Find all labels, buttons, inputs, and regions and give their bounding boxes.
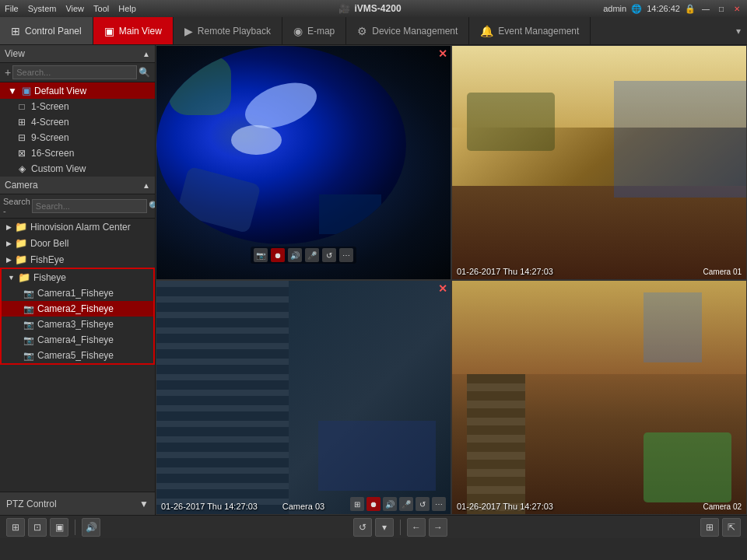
cell3-btn6[interactable]: ⋯ bbox=[432, 497, 446, 511]
tab-device-management[interactable]: ⚙ Device Management bbox=[346, 17, 469, 44]
cell3-btn3[interactable]: 🔊 bbox=[383, 497, 397, 511]
tab-control-panel-label: Control Panel bbox=[25, 26, 82, 37]
camera-leaf-cam1[interactable]: 📷 Camera1_Fisheye bbox=[2, 285, 153, 301]
toolbar-4screen-btn[interactable]: ⊡ bbox=[28, 518, 47, 537]
toolbar-left-group: ⊞ ⊡ ▣ 🔊 bbox=[6, 518, 100, 537]
tab-event-management[interactable]: 🔔 Event Management bbox=[469, 17, 591, 44]
cell1-record-btn[interactable]: ⏺ bbox=[271, 248, 285, 262]
cell3-br-controls: ⊞ ⏺ 🔊 🎤 ↺ ⋯ bbox=[350, 497, 446, 511]
toolbar-sep-1 bbox=[75, 520, 75, 535]
tree-item-1screen[interactable]: □ 1-Screen bbox=[0, 99, 155, 114]
toolbar-settings-btn[interactable]: ⇱ bbox=[722, 518, 741, 537]
ptz-label: PTZ Control bbox=[6, 499, 57, 509]
view-section-header[interactable]: View ▲ bbox=[0, 45, 155, 63]
toolbar-volume-btn[interactable]: 🔊 bbox=[82, 518, 100, 537]
toolbar-sep-2 bbox=[400, 520, 401, 535]
menu-system[interactable]: System bbox=[28, 4, 57, 13]
tab-main-view-label: Main View bbox=[119, 26, 162, 37]
cell3-record-btn[interactable]: ⏺ bbox=[366, 497, 381, 511]
main-view-icon: ▣ bbox=[104, 25, 114, 37]
camera-search-button[interactable]: 🔍 bbox=[147, 201, 155, 212]
toolbar-next-btn[interactable]: → bbox=[429, 518, 447, 537]
cell1-snapshot-btn[interactable]: 📷 bbox=[254, 248, 268, 262]
tab-more-button[interactable]: ▾ bbox=[730, 17, 747, 44]
cell3-btn5[interactable]: ↺ bbox=[416, 497, 430, 511]
cell1-audio-btn[interactable]: 🔊 bbox=[288, 248, 302, 262]
time-display: 14:26:42 bbox=[647, 4, 680, 13]
search-label-text: Search - bbox=[3, 197, 30, 215]
camera-group-fisheye[interactable]: ▼ 📁 Fisheye bbox=[2, 269, 153, 285]
tree-item-custom-view[interactable]: ◈ Custom View bbox=[0, 161, 155, 177]
camera-leaf-cam4[interactable]: 📷 Camera4_Fisheye bbox=[2, 332, 153, 348]
cell1-talk-btn[interactable]: 🎤 bbox=[305, 248, 319, 262]
close-button[interactable]: ✕ bbox=[731, 3, 742, 14]
camera-search-input[interactable] bbox=[32, 199, 147, 213]
view-section: View ▲ + 🔍 ▼ ▣ Default View □ 1-Screen ⊞… bbox=[0, 45, 155, 177]
toolbar-refresh-btn[interactable]: ↺ bbox=[353, 518, 372, 537]
view-add-button[interactable]: + bbox=[3, 66, 12, 79]
cam3-label: Camera3_Fisheye bbox=[37, 319, 114, 330]
9screen-label: 9-Screen bbox=[31, 132, 69, 143]
video-cell-4[interactable]: 01-26-2017 Thu 14:27:03 Camera 02 bbox=[451, 280, 747, 515]
cell1-close-btn[interactable]: ✕ bbox=[438, 47, 447, 60]
video-grid: 📷 ⏺ 🔊 🎤 ↺ ⋯ ✕ 01-26-2017 Thu 14:27:03 Ca… bbox=[156, 45, 747, 515]
camera-leaf-cam3[interactable]: 📷 Camera3_Fisheye bbox=[2, 317, 153, 332]
menu-tool[interactable]: Tool bbox=[93, 4, 109, 13]
camera-group-doorbell[interactable]: ▶ 📁 Door Bell bbox=[0, 235, 155, 251]
toolbar-single-screen-btn[interactable]: ⊞ bbox=[6, 518, 25, 537]
video-cell-1[interactable]: 📷 ⏺ 🔊 🎤 ↺ ⋯ ✕ bbox=[156, 45, 451, 280]
camera-leaf-cam5[interactable]: 📷 Camera5_Fisheye bbox=[2, 348, 153, 363]
view-search-button[interactable]: 🔍 bbox=[137, 67, 152, 78]
camera-section: Camera ▲ Search - 🔍 ▶ 📁 Hinovision Alarm… bbox=[0, 177, 155, 492]
tab-device-management-label: Device Management bbox=[372, 26, 458, 37]
default-view-icon: ▣ bbox=[22, 85, 31, 96]
view-section-title: View bbox=[5, 48, 25, 59]
default-view-label: Default View bbox=[34, 86, 86, 96]
lock-icon: 🔒 bbox=[685, 4, 696, 14]
menu-file[interactable]: File bbox=[5, 4, 19, 13]
toolbar-refresh-dropdown-btn[interactable]: ▾ bbox=[375, 518, 394, 537]
cell2-timestamp: 01-26-2017 Thu 14:27:03 bbox=[457, 267, 553, 276]
toolbar-fullscreen-btn[interactable]: ⊞ bbox=[700, 518, 719, 537]
network-icon: 🌐 bbox=[631, 4, 642, 14]
fisheye-top-folder-icon: 📁 bbox=[15, 254, 27, 265]
tab-control-panel[interactable]: ⊞ Control Panel bbox=[0, 17, 93, 44]
tree-item-9screen[interactable]: ⊟ 9-Screen bbox=[0, 130, 155, 145]
title-right-controls: admin 🌐 14:26:42 🔒 — □ ✕ bbox=[603, 3, 742, 14]
camera-section-header[interactable]: Camera ▲ bbox=[0, 177, 155, 194]
camera-group-fisheye-top[interactable]: ▶ 📁 FishEye bbox=[0, 251, 155, 268]
cam1-icon: 📷 bbox=[23, 289, 34, 299]
video-cell-2[interactable]: 01-26-2017 Thu 14:27:03 Camera 01 bbox=[451, 45, 747, 280]
toolbar-prev-btn[interactable]: ← bbox=[407, 518, 426, 537]
camera-group-hinovision[interactable]: ▶ 📁 Hinovision Alarm Center bbox=[0, 219, 155, 235]
cam1-label: Camera1_Fisheye bbox=[37, 288, 114, 299]
tree-item-default-view[interactable]: ▼ ▣ Default View bbox=[0, 82, 155, 99]
cell3-close-btn[interactable]: ✕ bbox=[438, 282, 447, 295]
view-search-input[interactable] bbox=[12, 65, 137, 79]
doorbell-label: Door Bell bbox=[30, 238, 68, 249]
tab-emap[interactable]: ◉ E-map bbox=[282, 17, 346, 44]
ptz-section[interactable]: PTZ Control ▼ bbox=[0, 492, 155, 515]
cell3-btn1[interactable]: ⊞ bbox=[350, 497, 364, 511]
toolbar-layout-btn[interactable]: ▣ bbox=[50, 518, 68, 537]
minimize-button[interactable]: — bbox=[700, 3, 711, 14]
cell1-controls: 📷 ⏺ 🔊 🎤 ↺ ⋯ bbox=[251, 247, 356, 264]
cell1-refresh-btn[interactable]: ↺ bbox=[322, 248, 336, 262]
event-mgmt-icon: 🔔 bbox=[480, 25, 493, 37]
ptz-arrow-icon: ▼ bbox=[139, 499, 149, 509]
app-title: 🎥iVMS-4200 bbox=[136, 3, 603, 14]
fisheye-highlight-group: ▼ 📁 Fisheye 📷 Camera1_Fisheye 📷 Camera2_… bbox=[0, 268, 155, 365]
camera-leaf-cam2[interactable]: 📷 Camera2_Fisheye bbox=[2, 301, 153, 317]
maximize-button[interactable]: □ bbox=[716, 3, 727, 14]
video-cell-3[interactable]: 01-26-2017 Thu 14:27:03 Camera 03 ✕ ⊞ ⏺ … bbox=[156, 280, 451, 515]
menu-help[interactable]: Help bbox=[118, 4, 136, 13]
menu-view[interactable]: View bbox=[65, 4, 84, 13]
cell3-btn4[interactable]: 🎤 bbox=[399, 497, 413, 511]
tab-remote-playback[interactable]: ▶ Remote Playback bbox=[174, 17, 282, 44]
view-search-bar: + 🔍 bbox=[0, 63, 155, 82]
cell1-more-btn[interactable]: ⋯ bbox=[339, 248, 353, 262]
tab-main-view[interactable]: ▣ Main View bbox=[93, 17, 174, 44]
cam2-label: Camera2_Fisheye bbox=[37, 303, 114, 314]
tree-item-16screen[interactable]: ⊠ 16-Screen bbox=[0, 145, 155, 161]
tree-item-4screen[interactable]: ⊞ 4-Screen bbox=[0, 114, 155, 130]
